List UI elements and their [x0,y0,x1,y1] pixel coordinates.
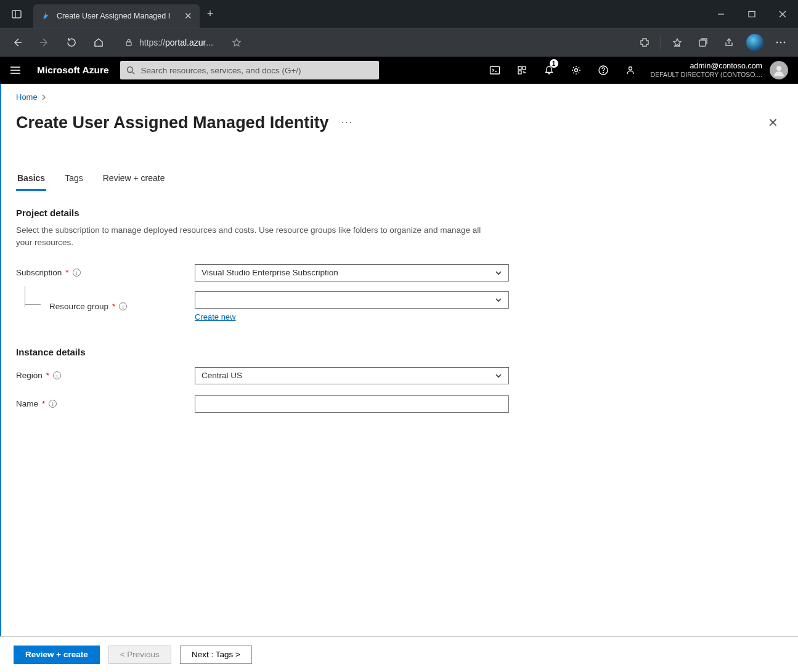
more-actions-icon[interactable]: ··· [341,117,353,128]
back-button[interactable] [5,30,30,55]
breadcrumb-home[interactable]: Home [16,92,38,102]
window-controls [706,0,798,28]
svg-point-11 [776,42,778,44]
region-value: Central US [202,371,242,380]
address-bar: https://portal.azur... [0,28,798,57]
name-input[interactable] [195,395,509,413]
svg-rect-23 [518,71,521,74]
profile-button[interactable] [743,30,767,55]
window-titlebar: Create User Assigned Managed I ✕ + [0,0,798,28]
forward-button[interactable] [32,30,57,55]
svg-rect-10 [699,40,706,46]
subscription-label: Subscription * i [16,268,195,277]
resource-group-label: Resource group * i [16,302,195,311]
review-create-button[interactable]: Review + create [14,646,100,664]
svg-point-24 [574,69,577,72]
footer-bar: Review + create < Previous Next : Tags > [0,636,798,672]
notification-badge: 1 [550,59,558,68]
more-menu-icon[interactable] [768,30,793,55]
required-mark: * [112,302,115,311]
url-text: https://portal.azur... [139,38,213,47]
svg-point-28 [776,66,781,71]
tab-basics[interactable]: Basics [16,169,46,191]
svg-point-13 [784,42,786,44]
resource-group-row: Resource group * i Create new [16,291,783,322]
info-icon[interactable]: i [73,269,81,277]
svg-point-26 [603,72,603,73]
chevron-down-icon [495,270,502,275]
chevron-down-icon [495,298,502,302]
share-icon[interactable] [717,30,741,55]
create-new-link[interactable]: Create new [195,312,235,322]
subscription-row: Subscription * i Visual Studio Enterpris… [16,264,783,281]
subscription-value: Visual Studio Enterprise Subscription [202,268,338,277]
subscription-select[interactable]: Visual Studio Enterprise Subscription [195,264,509,281]
required-mark: * [46,371,49,380]
browser-tab[interactable]: Create User Assigned Managed I ✕ [33,4,200,28]
home-button[interactable] [86,30,111,55]
azure-tab-icon [41,11,51,21]
chevron-down-icon [495,373,502,378]
user-account[interactable]: admin@contoso.com DEFAULT DIRECTORY (CON… [645,62,768,79]
feedback-icon[interactable] [617,57,643,84]
extensions-icon[interactable] [632,30,657,55]
tab-review-create[interactable]: Review + create [102,169,166,191]
tab-strip: Basics Tags Review + create [16,169,783,192]
info-icon[interactable]: i [49,400,57,408]
project-details-heading: Project details [16,208,783,218]
page-title: Create User Assigned Managed Identity [16,113,329,132]
tab-close-icon[interactable]: ✕ [184,10,192,22]
brand-label[interactable]: Microsoft Azure [31,65,120,76]
menu-button[interactable] [0,66,31,75]
svg-rect-21 [518,67,521,70]
search-input[interactable]: Search resources, services, and docs (G+… [120,61,379,79]
url-field[interactable]: https://portal.azur... [118,32,248,53]
azure-header: Microsoft Azure Search resources, servic… [0,57,798,84]
new-tab-button[interactable]: + [200,7,221,20]
region-select[interactable]: Central US [195,367,509,384]
svg-rect-8 [126,42,131,46]
svg-point-17 [127,67,132,73]
svg-line-18 [132,72,134,74]
directories-icon[interactable] [509,57,535,84]
user-avatar-icon[interactable] [770,61,788,79]
page-header: Create User Assigned Managed Identity ··… [16,110,783,135]
tab-tags[interactable]: Tags [63,169,84,191]
settings-icon[interactable] [563,57,589,84]
favorites-bar-icon[interactable] [665,30,690,55]
breadcrumb: Home [16,92,783,102]
svg-point-12 [780,42,782,44]
close-blade-button[interactable]: ✕ [763,110,783,135]
required-mark: * [65,268,68,277]
help-icon[interactable] [590,57,616,84]
user-directory: DEFAULT DIRECTORY (CONTOSO.... [651,71,762,79]
svg-rect-0 [12,10,21,18]
user-email: admin@contoso.com [651,62,762,71]
svg-point-27 [629,67,632,70]
notifications-icon[interactable]: 1 [536,57,562,84]
collections-icon[interactable] [691,30,715,55]
tab-actions-icon[interactable] [0,9,33,20]
chevron-right-icon [41,94,46,100]
minimize-button[interactable] [706,0,736,28]
lock-icon [124,38,133,47]
toolbar-divider [661,36,661,49]
maximize-button[interactable] [736,0,767,28]
cloud-shell-icon[interactable] [482,57,508,84]
name-row: Name * i [16,395,783,413]
info-icon[interactable]: i [119,302,127,310]
next-button[interactable]: Next : Tags > [180,646,252,664]
refresh-button[interactable] [59,30,84,55]
tab-title: Create User Assigned Managed I [57,12,178,20]
svg-rect-22 [523,67,526,70]
region-label: Region * i [16,371,195,380]
svg-rect-3 [749,11,755,17]
search-icon [126,66,135,75]
window-close-button[interactable] [767,0,798,28]
resource-group-select[interactable] [195,291,509,309]
required-mark: * [42,399,45,408]
name-label: Name * i [16,399,195,408]
favorite-icon[interactable] [232,38,242,47]
info-icon[interactable]: i [53,371,61,379]
svg-rect-19 [490,67,499,74]
